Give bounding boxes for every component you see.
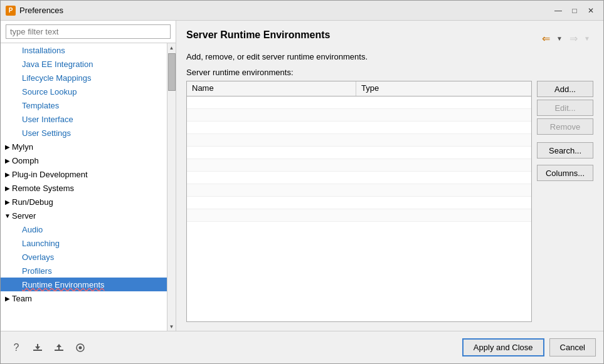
settings-icon [75, 342, 86, 353]
sidebar-item-label-user-settings: User Settings [22, 128, 164, 138]
settings-button[interactable] [72, 340, 88, 356]
sidebar-item-runtime-envs[interactable]: Runtime Environments [1, 278, 167, 291]
import-icon [32, 342, 43, 353]
nav-toolbar: ⇐ ▼ ⇒ ▼ [539, 32, 593, 44]
sidebar-item-oomph[interactable]: ▶ Oomph [1, 153, 167, 167]
table-row[interactable] [187, 122, 531, 134]
table-row[interactable] [187, 96, 531, 109]
sidebar-item-label-team: Team [12, 294, 164, 303]
back-button[interactable]: ⇐ [539, 32, 552, 44]
expand-icon-java-ee [13, 60, 22, 68]
sidebar-item-profilers[interactable]: Profilers [1, 264, 167, 278]
sidebar-item-java-ee[interactable]: Java EE Integration [1, 57, 167, 71]
preferences-window: P Preferences — □ ✕ Installations [0, 0, 604, 364]
svg-rect-3 [55, 350, 63, 351]
remove-button[interactable]: Remove [537, 118, 593, 135]
panel-title: Server Runtime Environments [186, 29, 330, 41]
scroll-thumb[interactable] [168, 53, 176, 91]
panel-body: Name Type [186, 81, 593, 322]
import-button[interactable] [29, 340, 46, 356]
expand-icon-installations [13, 46, 22, 55]
sidebar: Installations Java EE Integration Lifecy… [1, 21, 176, 331]
expand-icon-runtime-envs [13, 280, 22, 289]
sidebar-item-lifecycle[interactable]: Lifecycle Mappings [1, 71, 167, 85]
sidebar-item-label-run-debug: Run/Debug [12, 197, 164, 207]
sidebar-item-label-templates: Templates [22, 101, 164, 110]
bottom-bar: ? [1, 331, 603, 363]
search-button[interactable]: Search... [537, 142, 593, 159]
sidebar-item-mylyn[interactable]: ▶ Mylyn [1, 140, 167, 153]
edit-button[interactable]: Edit... [537, 100, 593, 116]
filter-box [1, 21, 176, 43]
scroll-down-arrow[interactable]: ▼ [167, 322, 176, 331]
sidebar-item-plugin-dev[interactable]: ▶ Plug-in Development [1, 167, 167, 181]
table-row[interactable] [187, 184, 531, 197]
help-button[interactable]: ? [8, 340, 24, 356]
sidebar-item-audio[interactable]: Audio [1, 222, 167, 236]
sidebar-item-launching[interactable]: Launching [1, 236, 167, 250]
sidebar-item-source-lookup[interactable]: Source Lookup [1, 85, 167, 98]
apply-close-button[interactable]: Apply and Close [462, 338, 544, 356]
sidebar-item-label-overlays: Overlays [22, 252, 164, 262]
back-dropdown-button[interactable]: ▼ [553, 32, 566, 44]
table-row[interactable] [187, 209, 531, 222]
sidebar-item-label-profilers: Profilers [22, 266, 164, 276]
sidebar-scrollbar[interactable]: ▲ ▼ [167, 43, 176, 331]
export-button[interactable] [51, 340, 67, 356]
bottom-right: Apply and Close Cancel [462, 338, 596, 356]
svg-point-7 [79, 346, 82, 349]
expand-icon-server: ▼ [3, 211, 12, 220]
sidebar-item-run-debug[interactable]: ▶ Run/Debug [1, 195, 167, 209]
table-col-type: Type [356, 81, 531, 96]
sidebar-item-user-settings[interactable]: User Settings [1, 126, 167, 140]
filter-input[interactable] [6, 24, 171, 39]
sidebar-item-label-java-ee: Java EE Integration [22, 60, 164, 69]
panel-description: Add, remove, or edit server runtime envi… [186, 52, 593, 61]
sidebar-item-label-mylyn: Mylyn [12, 142, 164, 152]
sidebar-item-label-runtime-envs: Runtime Environments [22, 280, 164, 289]
sidebar-item-templates[interactable]: Templates [1, 98, 167, 112]
minimize-button[interactable]: — [551, 4, 566, 17]
panel-subtitle: Server runtime environments: [186, 68, 593, 77]
expand-icon-user-settings [13, 128, 22, 137]
scroll-up-arrow[interactable]: ▲ [167, 43, 176, 52]
expand-icon-profilers [13, 266, 22, 275]
table-row[interactable] [187, 197, 531, 209]
table-row[interactable] [187, 159, 531, 172]
app-icon: P [6, 6, 16, 16]
action-buttons: Add... Edit... Remove Search... Columns.… [537, 81, 593, 322]
expand-icon-audio [13, 225, 22, 234]
expand-icon-launching [13, 239, 22, 247]
table-row[interactable] [187, 147, 531, 159]
sidebar-item-installations[interactable]: Installations [1, 43, 167, 57]
sidebar-item-remote-systems[interactable]: ▶ Remote Systems [1, 181, 167, 195]
main-content: Installations Java EE Integration Lifecy… [1, 21, 603, 331]
table-row[interactable] [187, 172, 531, 184]
columns-button[interactable]: Columns... [537, 165, 593, 181]
forward-dropdown-button[interactable]: ▼ [581, 32, 593, 44]
expand-icon-oomph: ▶ [3, 156, 12, 165]
cancel-button[interactable]: Cancel [549, 338, 596, 356]
expand-icon-lifecycle [13, 73, 22, 82]
expand-icon-remote-systems: ▶ [3, 184, 12, 192]
table-row[interactable] [187, 109, 531, 122]
sidebar-item-overlays[interactable]: Overlays [1, 250, 167, 264]
expand-icon-user-interface [13, 115, 22, 123]
sidebar-item-team[interactable]: ▶ Team [1, 291, 167, 305]
sidebar-item-label-launching: Launching [22, 239, 164, 248]
sidebar-item-label-server: Server [12, 211, 164, 221]
forward-button[interactable]: ⇒ [567, 32, 580, 44]
table-row[interactable] [187, 134, 531, 147]
sidebar-item-user-interface[interactable]: User Interface [1, 112, 167, 126]
table-rows [187, 96, 531, 321]
close-button[interactable]: ✕ [583, 4, 598, 17]
expand-icon-plugin-dev: ▶ [3, 170, 12, 179]
maximize-button[interactable]: □ [567, 4, 582, 17]
sidebar-item-label-audio: Audio [22, 225, 164, 234]
add-button[interactable]: Add... [537, 81, 593, 97]
sidebar-inner: Installations Java EE Integration Lifecy… [1, 43, 176, 331]
expand-icon-run-debug: ▶ [3, 197, 12, 206]
svg-marker-5 [56, 344, 61, 347]
expand-icon-templates [13, 101, 22, 110]
sidebar-item-server[interactable]: ▼ Server [1, 209, 167, 222]
